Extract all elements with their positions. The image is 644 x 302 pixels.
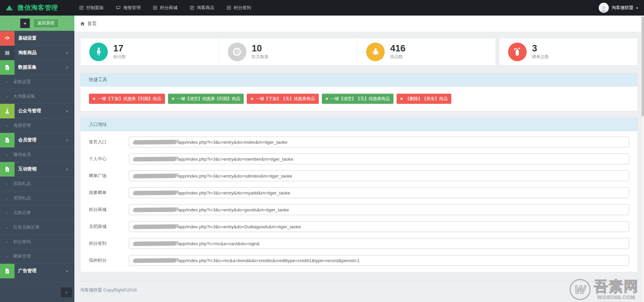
sidebar-subitem[interactable]: › 积分签到 — [0, 234, 74, 249]
sidebar-subitem[interactable]: › 晒单管理 — [0, 249, 74, 263]
redacted-domain — [133, 157, 176, 161]
sidebar-subitem[interactable]: › 添加礼品 — [0, 176, 74, 191]
app-root: 微信淘客管理 控制面版 海报管理 积分商城 淘客商品 积分签到 淘客微联盟 ▾ … — [0, 0, 644, 302]
entry-field-label: 晒单广场 — [89, 173, 129, 179]
close-icon: × — [93, 96, 95, 101]
top-menu-item[interactable]: 积分签到 — [226, 5, 251, 11]
sidebar-divider — [0, 282, 74, 282]
sidebar-item[interactable]: 会员管理 ∨ — [0, 133, 74, 147]
close-icon: × — [326, 96, 328, 101]
entry-field-label: 首页入口 — [89, 139, 129, 145]
sidebar-subitem[interactable]: › 海报管理 — [0, 118, 74, 133]
top-menu-item[interactable]: 积分商城 — [153, 5, 177, 11]
entry-url-input[interactable]: /app/index.php?i=3&c=mc&a=bond&do=credit… — [129, 255, 629, 266]
page-footer: 淘客微联盟 CopyRight©2016 — [80, 281, 638, 293]
scrollbar-thumb[interactable] — [642, 17, 644, 116]
entry-url-input[interactable]: /app/index.php?i=3&c=entry&do=goods&m=ti… — [129, 204, 629, 215]
entry-url-text: /app/index.php?i=3&c=entry&do=myadd&m=ti… — [177, 190, 290, 195]
entry-url-text: /app/index.php?i=3&c=entry&do=sdindex&m=… — [177, 173, 292, 179]
columns-icon — [0, 46, 15, 60]
entry-panel-title: 入口地址 — [80, 118, 638, 131]
sidebar-subitem[interactable]: › 兑换记录 — [0, 205, 74, 220]
sidebar-item[interactable]: 数据采集 ∨ — [0, 60, 74, 74]
entry-field-label: 积分签到 — [89, 240, 129, 247]
quick-tool-button[interactable]: × 一键【清空】优惠券【到期】商品 — [168, 94, 244, 104]
entry-field-row: 我的积分 /app/index.php?i=3&c=mc&a=bond&do=c… — [89, 255, 629, 266]
avatar — [599, 3, 609, 13]
entry-field-row: 个人中心 /app/index.php?i=3&c=entry&do=membe… — [89, 154, 629, 164]
brand[interactable]: 微信淘客管理 — [0, 3, 74, 12]
plus-button[interactable]: + — [20, 19, 30, 28]
stats-last-card: 3 晒单总数 — [499, 38, 638, 66]
quick-tool-button[interactable]: × 一键【下架】【无】优惠券商品 — [247, 94, 318, 104]
sidebar-subitem[interactable]: › 微信会员 — [0, 147, 74, 162]
scrollbar[interactable] — [641, 16, 644, 302]
chevron-down-icon: ▾ — [636, 6, 638, 10]
entry-field-row: 积分签到 /app/index.php?c=mc&a=card&do=sign& — [89, 238, 629, 249]
return-system-button[interactable]: 返回系统 — [33, 19, 59, 28]
flask-icon — [0, 104, 15, 118]
entry-url-text: /app/index.php?i=3&c=entry&do=member&m=t… — [177, 157, 293, 162]
extinguisher-icon — [508, 43, 527, 61]
comment-icon — [116, 5, 121, 10]
entry-field-row: 兑吧商城 /app/index.php?i=3&c=entry&do=Duiba… — [89, 221, 629, 232]
breadcrumb: 首页 — [74, 16, 644, 32]
chevron-down-icon: ∨ — [66, 269, 68, 273]
chevron-down-icon: ∨ — [66, 109, 68, 113]
sidebar-item[interactable]: 公众号管理 ∨ — [0, 103, 74, 118]
entry-field-label: 个人中心 — [89, 156, 129, 162]
sidebar-menu: 基础设置 淘客商品 ∧ 数据采集 ∨ › 采集设置 › 大淘客采集 公众号管理 … — [0, 31, 74, 278]
sidebar-item[interactable]: 基础设置 — [0, 31, 74, 45]
stats-row: 17 粉丝数 10 取关数量 416 商品数 3 晒单总数 — [80, 38, 638, 66]
content: 17 粉丝数 10 取关数量 416 商品数 3 晒单总数 快捷工具 × 一键【… — [74, 32, 644, 293]
quick-tool-button[interactable]: × 【删除】【所有】商品 — [397, 94, 451, 104]
brand-logo-icon — [5, 4, 15, 11]
stat-value: 17 — [113, 44, 126, 54]
user-icon — [89, 43, 108, 61]
redacted-domain — [133, 241, 176, 246]
entry-url-input[interactable]: /app/index.php?i=3&c=entry&do=index&m=ti… — [129, 137, 629, 147]
file-icon — [0, 133, 15, 147]
user-menu[interactable]: 淘客微联盟 ▾ — [599, 3, 644, 13]
sidebar-subitem[interactable]: › 红包兑换记录 — [0, 220, 74, 234]
redacted-domain — [133, 224, 176, 229]
top-menu-item[interactable]: 淘客商品 — [190, 5, 214, 11]
entry-url-input[interactable]: /app/index.php?c=mc&a=card&do=sign& — [129, 238, 629, 249]
quick-tool-button[interactable]: × 一键【下架】优惠券【到期】商品 — [89, 94, 165, 104]
redacted-domain — [133, 140, 176, 144]
entry-url-text: /app/index.php?i=3&c=entry&do=Duibagoods… — [177, 224, 301, 229]
entry-url-input[interactable]: /app/index.php?i=3&c=entry&do=sdindex&m=… — [129, 170, 629, 181]
entry-field-row: 首页入口 /app/index.php?i=3&c=entry&do=index… — [89, 137, 629, 147]
sidebar-collapse-button[interactable]: ‹ — [61, 287, 72, 297]
sidebar-subitem[interactable]: › 大淘客采集 — [0, 89, 74, 103]
home-icon — [80, 21, 85, 26]
chevron-right-icon: › — [6, 196, 7, 201]
quick-tool-button[interactable]: × 一键【清空】【无】优惠券商品 — [322, 94, 393, 104]
top-menu-item[interactable]: 海报管理 — [116, 5, 141, 11]
entry-field-label: 积分商城 — [89, 207, 129, 213]
chevron-down-icon: ∨ — [66, 167, 68, 171]
chevron-right-icon: › — [6, 123, 7, 128]
sidebar-subitem[interactable]: › 管理礼品 — [0, 191, 74, 205]
redacted-domain — [133, 190, 176, 195]
entry-url-text: /app/index.php?c=mc&a=card&do=sign& — [177, 241, 260, 246]
entry-field-label: 兑吧商城 — [89, 224, 129, 230]
panel-icon — [153, 5, 158, 10]
entry-url-input[interactable]: /app/index.php?i=3&c=entry&do=member&m=t… — [129, 154, 629, 164]
sidebar-subitem[interactable]: › 采集设置 — [0, 74, 74, 89]
sidebar-item[interactable]: 淘客商品 ∧ — [0, 45, 74, 60]
chevron-down-icon: ∨ — [66, 65, 68, 70]
chevron-right-icon: › — [6, 152, 7, 157]
top-menu-item[interactable]: 控制面版 — [79, 5, 104, 11]
sidebar-item[interactable]: 广告管理 ∨ — [0, 263, 74, 278]
stat-label: 商品数 — [390, 54, 405, 60]
sidebar-item[interactable]: 互动营销 ∨ — [0, 162, 74, 176]
top-navbar: 微信淘客管理 控制面版 海报管理 积分商城 淘客商品 积分签到 淘客微联盟 ▾ — [0, 0, 644, 16]
chevron-right-icon: › — [6, 239, 7, 245]
entry-url-input[interactable]: /app/index.php?i=3&c=entry&do=myadd&m=ti… — [129, 187, 629, 198]
brand-title: 微信淘客管理 — [18, 3, 58, 12]
entry-url-input[interactable]: /app/index.php?i=3&c=entry&do=Duibagoods… — [129, 221, 629, 232]
redacted-domain — [133, 258, 176, 263]
breadcrumb-home[interactable]: 首页 — [87, 21, 97, 27]
panel-icon — [79, 5, 84, 10]
